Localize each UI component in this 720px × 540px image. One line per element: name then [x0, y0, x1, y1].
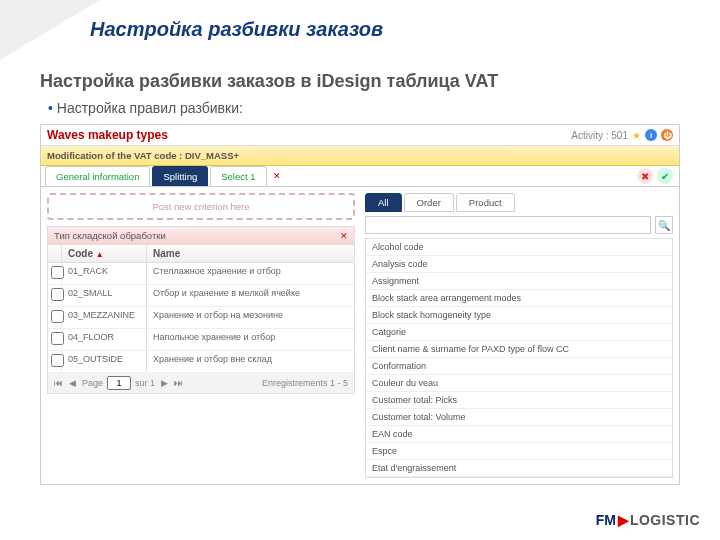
column-code[interactable]: Code ▲	[62, 245, 147, 262]
pager-page-input[interactable]	[107, 376, 131, 390]
list-item[interactable]: Customer total: Volume	[366, 409, 672, 426]
list-item[interactable]: Alcohol code	[366, 239, 672, 256]
list-item[interactable]: Catgorie	[366, 324, 672, 341]
grid-close-icon[interactable]: ✕	[340, 231, 348, 241]
cell-code: 03_MEZZANINE	[62, 307, 147, 328]
pager-first-icon[interactable]: ⏮	[54, 378, 63, 388]
arrow-icon: ▶	[618, 512, 629, 528]
cell-code: 05_OUTSIDE	[62, 351, 147, 372]
table-row[interactable]: 01_RACKСтеллажное хранение и отбор	[48, 263, 354, 285]
star-icon[interactable]: ★	[632, 130, 641, 141]
list-item[interactable]: EAN code	[366, 426, 672, 443]
slide-title: Настройка разбивки заказов	[0, 0, 720, 41]
cell-code: 01_RACK	[62, 263, 147, 284]
list-item[interactable]: Couleur du veau	[366, 375, 672, 392]
activity-label: Activity : 501	[571, 130, 628, 141]
tab-select-1[interactable]: Select 1	[210, 166, 266, 186]
processing-type-grid: Тип складской обработки ✕ Code ▲ Name 01…	[47, 226, 355, 394]
sort-asc-icon[interactable]: ▲	[96, 250, 104, 259]
bullet-config: Настройка правил разбивки:	[40, 100, 680, 116]
list-item[interactable]: Assignment	[366, 273, 672, 290]
list-item[interactable]: Block stack homogeneity type	[366, 307, 672, 324]
column-name[interactable]: Name	[147, 245, 354, 262]
section-subtitle: Настройка разбивки заказов в iDesign таб…	[40, 71, 680, 92]
pager-records: Enregistrements 1 - 5	[262, 378, 348, 388]
table-row[interactable]: 05_OUTSIDEХранение и отбор вне склад	[48, 351, 354, 373]
filter-tab-all[interactable]: All	[365, 193, 402, 212]
list-item[interactable]: Conformation	[366, 358, 672, 375]
cell-code: 04_FLOOR	[62, 329, 147, 350]
criteria-list: Alcohol codeAnalysis codeAssignmentBlock…	[365, 238, 673, 478]
search-icon[interactable]: 🔍	[655, 216, 673, 234]
pager-last-icon[interactable]: ⏭	[174, 378, 183, 388]
confirm-icon[interactable]: ✔	[657, 168, 673, 184]
pager-next-icon[interactable]: ▶	[161, 378, 168, 388]
list-item[interactable]: Etat d'engraissement	[366, 460, 672, 477]
list-item[interactable]: Customer total: Picks	[366, 392, 672, 409]
list-item[interactable]: Espce	[366, 443, 672, 460]
cell-name: Напольное хранение и отбор	[147, 329, 354, 350]
grid-title-label: Тип складской обработки	[54, 230, 166, 241]
pager-prev-icon[interactable]: ◀	[69, 378, 76, 388]
table-row[interactable]: 04_FLOORНапольное хранение и отбор	[48, 329, 354, 351]
cell-name: Хранение и отбор на мезонине	[147, 307, 354, 328]
tab-splitting[interactable]: Splitting	[152, 166, 208, 186]
table-row[interactable]: 02_SMALLОтбор и хранение в мелкой ячейке	[48, 285, 354, 307]
table-row[interactable]: 03_MEZZANINEХранение и отбор на мезонине	[48, 307, 354, 329]
criterion-dropzone[interactable]: Post new criterion here	[47, 193, 355, 220]
search-input[interactable]	[365, 216, 651, 234]
list-item[interactable]: Block stack area arrangement modes	[366, 290, 672, 307]
tab-close-icon[interactable]: ✕	[269, 167, 285, 185]
tab-general-information[interactable]: General information	[45, 166, 150, 186]
power-icon[interactable]: ⏻	[661, 129, 673, 141]
fm-logistic-logo: FM▶LOGISTIC	[596, 512, 700, 528]
pager-page-label: Page	[82, 378, 103, 388]
filter-tab-order[interactable]: Order	[404, 193, 454, 212]
pager-of-label: sur 1	[135, 378, 155, 388]
cancel-icon[interactable]: ✖	[637, 168, 653, 184]
cell-code: 02_SMALL	[62, 285, 147, 306]
vat-modification-label: Modification of the VAT code : DIV_MASS+	[41, 146, 679, 166]
app-window: Waves makeup types Activity : 501 ★ i ⏻ …	[40, 124, 680, 485]
list-item[interactable]: Client name & surname for PAXD type of f…	[366, 341, 672, 358]
cell-name: Хранение и отбор вне склад	[147, 351, 354, 372]
filter-tab-product[interactable]: Product	[456, 193, 515, 212]
cell-name: Стеллажное хранение и отбор	[147, 263, 354, 284]
info-icon[interactable]: i	[645, 129, 657, 141]
list-item[interactable]: Analysis code	[366, 256, 672, 273]
cell-name: Отбор и хранение в мелкой ячейке	[147, 285, 354, 306]
app-title: Waves makeup types	[47, 128, 168, 142]
